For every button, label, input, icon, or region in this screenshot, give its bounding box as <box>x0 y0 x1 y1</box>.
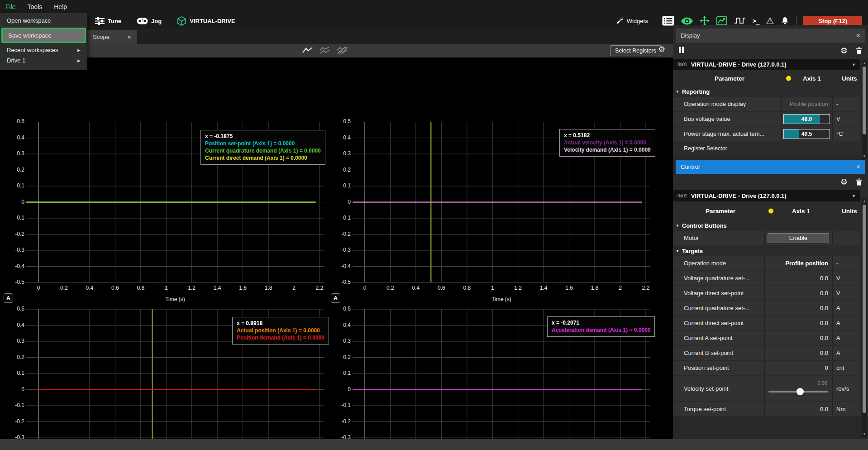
tune-sliders-icon <box>95 17 105 25</box>
section-title: Control Buttons <box>682 222 727 229</box>
param-units: - <box>832 256 860 270</box>
close-icon[interactable]: × <box>856 32 860 40</box>
param-label: Operation mode <box>673 260 764 267</box>
menu-item-drive-1[interactable]: Drive 1▶ <box>0 55 87 66</box>
x-tick-label: 0.2 <box>55 285 73 291</box>
bell-icon[interactable] <box>781 16 789 25</box>
trash-icon[interactable] <box>856 178 862 186</box>
tooltip-series-value: Actual position (Axis 1) = 0.0000 <box>237 327 324 334</box>
close-icon[interactable]: × <box>127 33 131 41</box>
terminal-icon[interactable]: >_ <box>753 17 759 24</box>
display-scrollbar[interactable]: ▲ ▼ <box>862 60 867 159</box>
param-label: Position set-point <box>673 364 764 371</box>
param-value-dropdown[interactable]: Profile position <box>764 256 832 270</box>
param-value-input[interactable]: 0.0 <box>764 271 832 285</box>
tune-button[interactable]: Tune <box>95 17 121 25</box>
y-tick-label: 0.2 <box>5 354 24 360</box>
y-tick-label: -0.5 <box>331 279 351 285</box>
menu-help[interactable]: Help <box>54 3 67 10</box>
square-wave-icon[interactable] <box>734 17 746 25</box>
gear-icon[interactable]: ⚙ <box>658 45 665 53</box>
cursor-x-value: x = 0.8918 <box>237 320 324 327</box>
tab-scope[interactable]: Scope × <box>87 30 137 44</box>
monitor-eye-icon[interactable] <box>681 17 693 25</box>
x-tick-label: 1.4 <box>208 285 226 291</box>
scrollbar-thumb[interactable] <box>863 205 866 413</box>
control-scrollbar[interactable]: ▲ ▼ <box>862 198 867 437</box>
single-trace-icon[interactable] <box>302 47 313 53</box>
scroll-down-icon[interactable]: ▼ <box>862 154 867 158</box>
autoscale-button[interactable]: A <box>4 293 13 303</box>
app-window: File Tools Help Tune Jog VIRTUAL-DRIVE <box>0 0 868 450</box>
jog-button[interactable]: Jog <box>137 18 162 24</box>
menu-item-open-workspace[interactable]: Open workspace <box>0 15 87 26</box>
chevron-down-icon: ▼ <box>852 194 856 198</box>
scope-chart-icon[interactable] <box>716 16 727 25</box>
tune-label: Tune <box>108 18 121 24</box>
section-reporting[interactable]: ▼Reporting <box>673 86 860 97</box>
chevron-down-icon: ▼ <box>852 62 856 67</box>
scrollbar-thumb[interactable] <box>863 67 866 134</box>
param-label: Torque set-point <box>673 406 764 412</box>
control-panel-header[interactable]: Control × <box>676 160 865 174</box>
split-trace-off-icon[interactable] <box>337 47 348 54</box>
menu-tools[interactable]: Tools <box>28 3 43 10</box>
y-tick-label: 0.1 <box>5 182 24 189</box>
menu-item-save-workspace[interactable]: Save workspace <box>1 28 86 43</box>
param-units: A <box>832 331 860 345</box>
param-label: Voltage direct set-point <box>673 290 764 297</box>
device-button[interactable]: VIRTUAL-DRIVE <box>177 16 235 26</box>
menu-item-recent-workspaces[interactable]: Recent workspaces▶ <box>0 45 87 55</box>
param-value-input[interactable]: 0 <box>764 361 832 375</box>
velocity-slider[interactable] <box>768 388 828 396</box>
gear-icon[interactable]: ⚙ <box>840 178 848 186</box>
param-slider-cell: 0.00 <box>764 376 832 401</box>
widgets-button[interactable]: Widgets <box>616 17 648 25</box>
param-value-input[interactable]: 0.0 <box>764 301 832 315</box>
param-value-input[interactable]: 0.0 <box>764 346 832 360</box>
multi-trace-icon[interactable] <box>320 47 330 54</box>
autoscale-button[interactable]: A <box>331 293 340 303</box>
scroll-down-icon[interactable]: ▼ <box>862 432 867 436</box>
y-tick-label: 0.3 <box>331 338 351 344</box>
y-tick-label: -0.4 <box>331 263 351 269</box>
register-list-icon[interactable] <box>662 16 674 26</box>
select-registers-button[interactable]: Select Registers <box>610 45 661 56</box>
bar-value: 40.5 <box>784 129 830 139</box>
value-bar: 48.0 <box>783 114 830 124</box>
device-selector[interactable]: 0x01 VIRTUAL-DRIVE - Drive (127.0.0.1) ▼ <box>673 190 860 201</box>
tooltip-series-value: Position set-point (Axis 1) = 0.0000 <box>205 140 321 147</box>
y-tick-label: 0 <box>5 199 24 205</box>
param-row-motor: MotorEnable <box>673 231 860 245</box>
value-bar: 40.5 <box>783 129 830 139</box>
param-label: Velocity set-point <box>673 385 764 392</box>
param-row-position-set-point: Position set-point0cnt <box>673 361 860 375</box>
pause-icon[interactable] <box>679 47 685 55</box>
scroll-up-icon[interactable]: ▲ <box>862 61 867 65</box>
param-value-input[interactable]: 0.0 <box>764 402 832 416</box>
menu-file[interactable]: File <box>5 3 16 10</box>
scroll-up-icon[interactable]: ▲ <box>862 199 867 203</box>
section-targets[interactable]: ▼Targets <box>673 246 860 256</box>
tooltip-series-value: Position demand (Axis 1) = 0.0000 <box>237 334 324 341</box>
slider-thumb[interactable] <box>796 388 804 395</box>
param-units: V <box>832 271 860 285</box>
plot-tooltip: x = -0.1875Position set-point (Axis 1) =… <box>200 130 325 165</box>
motion-move-icon[interactable] <box>700 16 710 26</box>
param-value-input[interactable]: 0.0 <box>764 286 832 300</box>
scope-plot-area[interactable]: 0.50.40.30.20.10-0.1-0.2-0.3-0.4-0.500.2… <box>0 57 673 439</box>
x-axis-title: Time (s) <box>153 296 198 302</box>
gear-icon[interactable]: ⚙ <box>840 47 848 55</box>
param-value-input[interactable]: 0.0 <box>764 331 832 345</box>
device-selector[interactable]: 0x01 VIRTUAL-DRIVE - Drive (127.0.0.1) ▼ <box>673 59 860 70</box>
trash-icon[interactable] <box>856 47 862 54</box>
close-icon[interactable]: × <box>856 163 860 171</box>
display-panel-header[interactable]: Display × <box>676 29 865 43</box>
section-control-buttons[interactable]: ▼Control Buttons <box>673 220 860 231</box>
y-tick-label: 0.4 <box>331 322 351 328</box>
enable-button[interactable]: Enable <box>768 233 829 243</box>
register-selector-link[interactable]: Register Selector <box>673 142 868 155</box>
param-value-input[interactable]: 0.0 <box>764 316 832 330</box>
collapse-icon: ▼ <box>676 224 679 228</box>
warning-icon[interactable]: ⚠ <box>766 16 774 25</box>
